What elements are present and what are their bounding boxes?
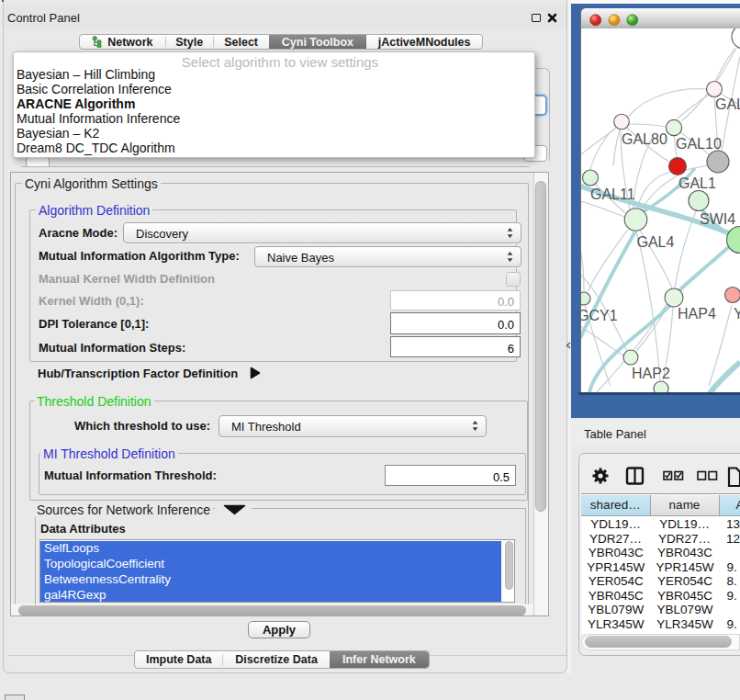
- svg-text:HAP4: HAP4: [678, 306, 716, 322]
- svg-text:HAP2: HAP2: [632, 366, 670, 381]
- svg-text:GAL10: GAL10: [676, 136, 722, 152]
- svg-text:GAL80: GAL80: [622, 131, 667, 147]
- svg-text:GAL4: GAL4: [637, 234, 675, 250]
- svg-text:SWI4: SWI4: [700, 211, 735, 227]
- svg-text:YER: YER: [734, 306, 740, 322]
- svg-text:GAL1: GAL1: [678, 175, 716, 191]
- svg-text:GAL11: GAL11: [590, 186, 635, 202]
- svg-text:GCY1: GCY1: [581, 308, 618, 323]
- svg-text:GAL7: GAL7: [715, 96, 740, 112]
